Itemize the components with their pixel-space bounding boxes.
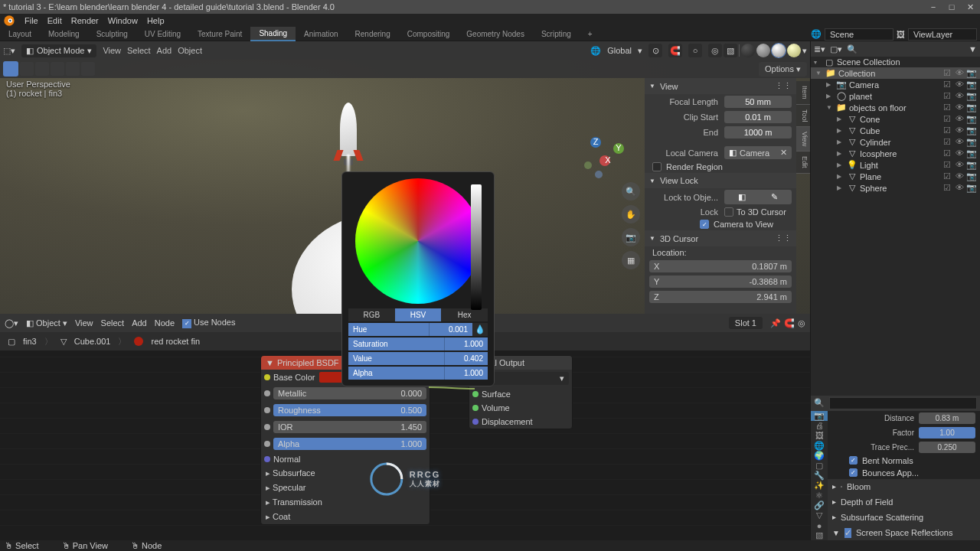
tab-geometry-nodes[interactable]: Geometry Nodes xyxy=(458,28,533,41)
bent-normals-check[interactable]: ✓ xyxy=(849,456,858,465)
normal-socket[interactable] xyxy=(264,456,270,462)
focal-length-input[interactable]: 50 mm xyxy=(724,96,792,108)
outliner-row[interactable]: ▶▽Cylinder☑👁📷 xyxy=(811,136,980,148)
ior-socket[interactable] xyxy=(264,424,270,430)
outliner-row[interactable]: ▶▽Sphere☑👁📷 xyxy=(811,182,980,194)
snap-icon[interactable]: 🧲 xyxy=(668,44,682,57)
orientation-icon[interactable]: 🌐 xyxy=(590,46,601,56)
outliner-type-icon[interactable]: ≣▾ xyxy=(814,44,825,54)
to-3d-cursor-check[interactable] xyxy=(724,207,733,217)
ne-menu-view[interactable]: View xyxy=(75,318,93,328)
xray-icon[interactable]: ▧ xyxy=(724,44,737,57)
lock-object-input[interactable]: ◧ ✎ xyxy=(724,190,792,204)
orientation-select[interactable]: Global xyxy=(607,46,632,55)
props-tab-modifiers[interactable]: 🔧 xyxy=(811,471,828,481)
pan-hand-icon[interactable]: ✋ xyxy=(622,205,640,223)
nav-gizmo[interactable]: Z Y X xyxy=(580,129,634,182)
hue-input[interactable]: 0.001 xyxy=(430,323,472,336)
window-minimize-button[interactable]: − xyxy=(926,2,940,12)
color-wheel[interactable] xyxy=(355,178,481,304)
props-tab-constraints[interactable]: 🔗 xyxy=(811,500,828,510)
trace-prec-input[interactable]: 0.250 xyxy=(919,442,975,453)
snap-icon[interactable]: 🧲 xyxy=(784,318,795,328)
select-mode-5[interactable] xyxy=(81,62,95,76)
active-tool-icon[interactable] xyxy=(3,61,18,77)
view-panel-header[interactable]: ▼View⋮⋮ xyxy=(645,78,796,94)
ne-menu-add[interactable]: Add xyxy=(132,318,147,328)
outliner-filter-icon[interactable]: ▼ xyxy=(969,44,977,54)
outliner-row[interactable]: ▶📷Camera☑👁📷 xyxy=(811,79,980,90)
overlay-icon[interactable]: ◎ xyxy=(798,318,805,328)
props-tab-render[interactable]: 📷 xyxy=(811,411,828,421)
select-mode-3[interactable] xyxy=(51,62,64,76)
tab-view[interactable]: View xyxy=(796,127,810,152)
tab-layout[interactable]: Layout xyxy=(0,28,40,41)
dof-section[interactable]: ▸ Depth of Field xyxy=(828,494,980,510)
camera-view-icon[interactable]: 📷 xyxy=(622,228,640,246)
breadcrumb-obj[interactable]: fin3 xyxy=(23,337,37,346)
surface-socket[interactable] xyxy=(472,391,479,397)
outliner-row[interactable]: ▶▽Cone☑👁📷 xyxy=(811,113,980,125)
factor-input[interactable]: 1.00 xyxy=(919,427,975,439)
color-tab-hex[interactable]: Hex xyxy=(441,308,488,321)
sss-section[interactable]: ▸ Subsurface Scattering xyxy=(828,510,980,525)
cursor-z-input[interactable]: Z2.941 m xyxy=(649,291,792,303)
volume-socket[interactable] xyxy=(472,405,479,411)
distance-input[interactable]: 0.83 m xyxy=(919,412,975,424)
breadcrumb-material[interactable]: red rocket fin xyxy=(151,337,200,346)
vp-menu-select[interactable]: Select xyxy=(127,46,151,55)
window-maximize-button[interactable]: □ xyxy=(945,2,959,12)
tab-item[interactable]: Item xyxy=(796,81,810,105)
tab-texture-paint[interactable]: Texture Paint xyxy=(189,28,250,41)
select-mode-1[interactable] xyxy=(20,62,34,76)
outliner-row[interactable]: ▼📁Collection☑👁📷 xyxy=(811,67,980,79)
view-lock-header[interactable]: ▼View Lock xyxy=(645,173,796,188)
use-nodes-toggle[interactable]: ✓Use Nodes xyxy=(182,318,235,328)
clip-end-input[interactable]: 1000 m xyxy=(724,126,792,139)
alpha-color-input[interactable]: 1.000 xyxy=(445,367,488,380)
menu-window[interactable]: Window xyxy=(108,16,138,25)
outliner-row[interactable]: ▶▽Cube☑👁📷 xyxy=(811,125,980,136)
clip-start-input[interactable]: 0.01 m xyxy=(724,111,792,123)
cam-to-view-check[interactable]: ✓ xyxy=(700,220,709,229)
chevron-down-icon[interactable]: ▾ xyxy=(802,46,807,56)
overlays-icon[interactable]: ◎ xyxy=(708,44,722,57)
select-mode-4[interactable] xyxy=(66,62,80,76)
zoom-icon[interactable]: 🔍 xyxy=(622,182,640,201)
coat-expand[interactable]: ▸ Coat xyxy=(261,510,430,524)
props-tab-object[interactable]: ▢ xyxy=(811,461,828,471)
bounces-check[interactable]: ✓ xyxy=(849,468,858,477)
local-camera-input[interactable]: ◧ Camera ✕ xyxy=(724,146,792,159)
tab-tool[interactable]: Tool xyxy=(796,105,810,128)
props-tab-texture[interactable]: ▧ xyxy=(811,530,828,540)
color-tab-hsv[interactable]: HSV xyxy=(395,308,442,321)
props-search-icon[interactable]: 🔍 xyxy=(814,398,825,408)
props-tab-viewlayer[interactable]: 🖼 xyxy=(811,431,828,441)
tab-sculpting[interactable]: Sculpting xyxy=(88,28,136,41)
sat-input[interactable]: 1.000 xyxy=(445,337,488,350)
tool-options[interactable]: Options ▾ xyxy=(759,62,807,77)
tab-animation[interactable]: Animation xyxy=(296,28,346,41)
transmission-expand[interactable]: ▸ Transmission xyxy=(261,495,430,510)
outliner-row[interactable]: ▶▽Plane☑👁📷 xyxy=(811,171,980,182)
tab-modeling[interactable]: Modeling xyxy=(40,28,88,41)
render-region-check[interactable] xyxy=(652,162,662,171)
base-color-socket[interactable] xyxy=(264,374,270,380)
editor-type-icon[interactable]: ◯▾ xyxy=(5,318,18,328)
tab-uv-editing[interactable]: UV Editing xyxy=(136,28,189,41)
props-search-input[interactable] xyxy=(829,397,977,409)
search-icon[interactable]: 🔍 xyxy=(847,44,858,54)
menu-edit[interactable]: Edit xyxy=(47,16,62,25)
ne-menu-select[interactable]: Select xyxy=(101,318,125,328)
viewlayer-name-input[interactable] xyxy=(908,28,977,41)
cursor-y-input[interactable]: Y-0.3868 m xyxy=(649,276,792,288)
props-tab-data[interactable]: ▽ xyxy=(811,510,828,520)
outliner-row[interactable]: ▶▽Icosphere☑👁📷 xyxy=(811,148,980,159)
window-close-button[interactable]: ✕ xyxy=(963,2,977,12)
slot-select[interactable]: Slot 1 xyxy=(729,317,763,329)
tab-edit[interactable]: Edit xyxy=(796,152,810,174)
tab-add[interactable]: + xyxy=(580,28,601,41)
shading-wire-icon[interactable] xyxy=(741,44,755,57)
props-tab-scene[interactable]: 🌐 xyxy=(811,441,828,451)
eyedropper-icon[interactable]: 💧 xyxy=(472,323,488,336)
